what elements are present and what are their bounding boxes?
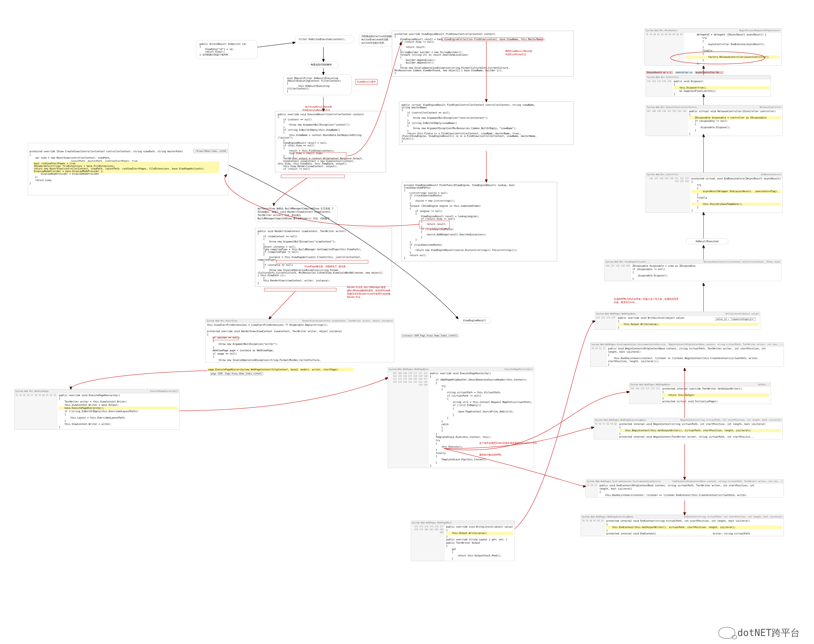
render-ann1: ViewPage激活器，功能类似于 激活器 bbox=[305, 265, 346, 268]
rv-writer-null-rect bbox=[213, 337, 238, 340]
datatip-page[interactable]: page {ASP._Page_Views_Home_Index_cshtml} bbox=[210, 372, 263, 375]
datatip-value[interactable]: value_id = "<span><category/>" bbox=[715, 317, 756, 321]
watermark: dotNET跨平台 bbox=[719, 626, 800, 639]
tab-title: System.Web.WebPages.WebPageExecutingBase bbox=[582, 515, 633, 518]
tab-crumb: RenderView(ViewContext viewContext, Text… bbox=[302, 319, 393, 322]
createview-highlight: bool runViewStartPages = true. IEnumerab… bbox=[33, 162, 219, 173]
label: 由于RazorView 继承自 BuildManagerCompiledView… bbox=[258, 207, 334, 220]
tab-crumb: BeginProcessRequest(HttpContext) bbox=[739, 29, 780, 32]
render-activator-rect bbox=[276, 260, 368, 264]
note-findview: 执行ViewResultBase类 中的ExecuteResult方法 bbox=[302, 103, 332, 112]
iresultfilter-callout: void IResultFilter.OnResultExecuting (Re… bbox=[283, 74, 352, 95]
writeliteral-codebox: System.Web.WebPages.WebPageBase 372 373 … bbox=[411, 521, 515, 561]
code: public void Render(ViewContext viewConte… bbox=[257, 229, 390, 285]
line-gutter: 19 20 21 22 bbox=[590, 347, 607, 366]
er-render-rect bbox=[281, 175, 345, 178]
tab-title: System.Web.WebPages.Instrumentation.Inst… bbox=[592, 343, 665, 346]
dcf-release-codebox: System.Web.Mvc.DefaultControllerFactoryR… bbox=[646, 105, 783, 136]
tab-crumb: ReleaseView(ControllerContext controller… bbox=[704, 261, 780, 263]
line-gutter: 168 169 170 171 172 173 bbox=[629, 387, 661, 404]
tag: asyncController Ho... bbox=[695, 71, 724, 74]
line-gutter: 78 79 80 81 82 83 bbox=[581, 519, 605, 536]
logo-icon bbox=[719, 627, 735, 639]
line-gutter: 107 108 109 110 111 112 113 114 115 116 … bbox=[388, 371, 429, 468]
label: 执行ViewResultBase类 中的ExecuteResult方法 bbox=[302, 106, 332, 112]
begincontext-codebox: System.Web.WebPages.WebPageExecutingBase… bbox=[594, 418, 783, 439]
tab-crumb: BeginContext(string virtualPath, int sta… bbox=[681, 419, 782, 422]
tab-title: System.Web.WebPages.WebPageBase bbox=[412, 521, 452, 524]
line-gutter: 78 79 80 81 82 83 84 85 86 87 bbox=[645, 32, 684, 65]
datatip-viewpath[interactable]: ~/Views/Home/index.cshtml bbox=[193, 149, 227, 153]
tab-title: System.Web.Mvc.ViewPageActivator... bbox=[606, 261, 650, 263]
code: public virtual void ReleaseController(IC… bbox=[688, 109, 782, 136]
code: public override void ExecuteResult(Contr… bbox=[277, 112, 384, 171]
code: protected internal void EndContext(strin… bbox=[605, 519, 783, 536]
tab-crumb: ReleaseController bbox=[760, 106, 782, 109]
line-gutter: 372 373 374 375 bbox=[595, 316, 616, 330]
code: filter.OnActionExecuted(context); bbox=[298, 37, 351, 41]
tab-title: System.Web.WebPages.WebPageExecutingBase bbox=[595, 419, 646, 422]
tab-crumb: WriteLiteral(object value) bbox=[726, 312, 759, 315]
viewengineresult-callout: ViewEngineResult bbox=[458, 317, 491, 324]
tab-title: System.Web.Mvc.Controller bbox=[647, 173, 679, 176]
buildmanager-note: 由于RazorView 继承自 BuildManagerCompiledView… bbox=[255, 205, 337, 222]
writeliteral-ann: 生成的HTML代码在这里每一段输入这个写入器，有属性的用另 外器。最后写出htm… bbox=[614, 297, 727, 304]
executepagehierarchy-hl: page.ExecutePageHierarchy(new WebPageCon… bbox=[207, 368, 354, 371]
line-gutter: 33 34 35 36 37 38 39 40 41 42 43 bbox=[14, 393, 57, 429]
fv-base-rect bbox=[441, 38, 543, 41]
line-gutter: 19 20 21 bbox=[586, 483, 598, 497]
find-return-rect bbox=[419, 221, 450, 228]
render-box: public void Render(ViewContext viewConte… bbox=[255, 228, 392, 287]
code: public void EndContext(HttpContextBase c… bbox=[598, 483, 783, 497]
code: delegate5 = delegate (IAsyncResult async… bbox=[684, 32, 781, 65]
tab-crumb: EndExecuteCore() bbox=[761, 173, 782, 176]
onresultexecuted-callout: OnResultExecuted bbox=[686, 238, 728, 244]
line-gutter: 372 373 374 375 376 377 378 379 380 381 … bbox=[411, 525, 445, 561]
tab-title: System.Web.WebPages.Instrumentation.Inst… bbox=[587, 480, 661, 483]
code: public override void WriteLiteral(object… bbox=[445, 525, 514, 561]
code: protected internal void BeginContext(str… bbox=[618, 422, 782, 439]
label: 代码就会执行action过滤器的 ActionExecuted方法然action… bbox=[362, 35, 394, 44]
code: IDisposable disposable = view as IDispos… bbox=[631, 264, 781, 281]
tab-crumb: ExecutePageHierarchy() bbox=[150, 390, 178, 393]
iis-end-codebox: System.Web.WebPages.Instrumentation.Inst… bbox=[586, 479, 784, 497]
tag: IAsyncResult ar = {. bbox=[646, 71, 673, 74]
code: public void BeginContext(HttpContextBase… bbox=[607, 347, 783, 366]
wpb-ann1: 这个地方会调用Index页面生成页面的execute()方法 bbox=[479, 442, 537, 445]
code: public override void ExecutePageHierarch… bbox=[57, 393, 179, 429]
action-index-callout: public ActionResult Index(int id) { View… bbox=[196, 40, 258, 59]
er-findview-rect bbox=[293, 152, 346, 159]
code: void IResultFilter.OnResultExecuting (Re… bbox=[286, 76, 349, 94]
tab-crumb: GetOut... bbox=[758, 383, 770, 386]
code: public void Dispose(){ this.Dispose(true… bbox=[672, 79, 771, 96]
code: protected virtual void EndExecuteCore(IA… bbox=[690, 176, 782, 213]
controller-dispose-codebox: System.Web.Mvc.Controller 132 133 134 13… bbox=[646, 75, 771, 97]
debug-tagbar: IAsyncResult ar = {. controller.cs async… bbox=[646, 71, 724, 74]
vpa-release-codebox: System.Web.Mvc.ViewPageActivator...Relea… bbox=[604, 260, 782, 281]
tab-title: System.Web.Mvc.MvcHandler bbox=[646, 29, 678, 32]
code: this.ViewStartFileExtensions = viewStart… bbox=[205, 323, 394, 362]
onactionexecuted-callout: filter.OnActionExecuted(context); bbox=[295, 35, 354, 43]
tab-title: System.Web.Mvc.WebViewPage bbox=[15, 390, 49, 393]
wpb-ann2: 最终执行输出的HTML bbox=[479, 453, 501, 457]
tab-title: System.Web.Mvc.Controller bbox=[647, 76, 679, 78]
datatip-instance[interactable]: instance {ASP_Page_Views_Home_Index_csht… bbox=[401, 334, 458, 337]
webviewpage-codebox: System.Web.Mvc.WebViewPageExecutePageHie… bbox=[14, 389, 179, 430]
note-1: 每看这段代码的解析 bbox=[308, 61, 339, 68]
line-gutter: 146 147 148 149 150 151 152 153 154 155 … bbox=[646, 176, 690, 213]
code: public ActionResult Index(int id) { View… bbox=[199, 42, 255, 57]
iis-begin-codebox: System.Web.WebPages.Instrumentation.Inst… bbox=[590, 342, 784, 367]
render-renderview-rect bbox=[264, 288, 336, 291]
tab-crumb: ExecutePageHierarchy() bbox=[505, 368, 533, 371]
webpagebase-eph-codebox: System.Web.WebPages.WebPageBaseExecutePa… bbox=[388, 367, 534, 468]
code: public virtual ViewEngineResult FindView… bbox=[401, 103, 572, 144]
controller-endexec-codebox: System.Web.Mvc.ControllerEndExecuteCore(… bbox=[646, 172, 783, 213]
line-gutter: 55 56 57 58 59 60 bbox=[594, 422, 618, 439]
tab-title: System.Web.Mvc.RazorView bbox=[207, 319, 237, 322]
line-gutter: 132 133 134 135 136 bbox=[646, 79, 672, 96]
mvchandler-codebox: System.Web.Mvc.MvcHandlerBeginProcessReq… bbox=[644, 28, 782, 66]
findview-virtual-box: public virtual ViewEngineResult FindView… bbox=[399, 101, 574, 145]
getoutputwriter-codebox: System.Web.WebPages.WebPageBaseGetOut...… bbox=[629, 382, 771, 404]
watermark-text: dotNET跨平台 bbox=[737, 626, 800, 639]
render-ann2: Render方法里,BuildManager就是@Mvc4Debug编译的类型，… bbox=[347, 286, 392, 299]
